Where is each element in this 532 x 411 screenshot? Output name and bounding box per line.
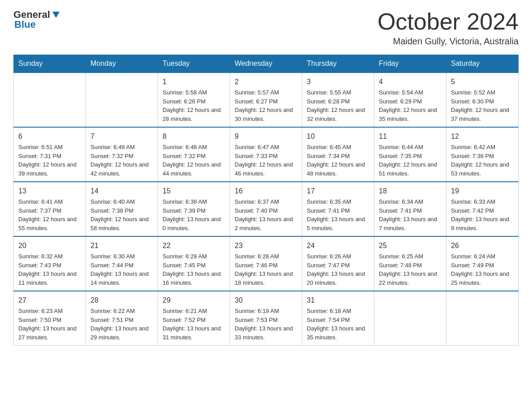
day-info: Sunrise: 6:47 AMSunset: 7:33 PMDaylight:…	[235, 143, 297, 178]
day-info: Sunrise: 6:44 AMSunset: 7:35 PMDaylight:…	[379, 143, 442, 178]
calendar-cell: 5Sunrise: 5:52 AMSunset: 6:30 PMDaylight…	[446, 73, 519, 127]
calendar-cell: 26Sunrise: 6:24 AMSunset: 7:49 PMDayligh…	[446, 236, 519, 291]
day-number: 14	[90, 186, 153, 197]
calendar-cell: 19Sunrise: 6:33 AMSunset: 7:42 PMDayligh…	[446, 182, 519, 236]
day-number: 5	[451, 77, 514, 87]
calendar-cell: 17Sunrise: 6:35 AMSunset: 7:41 PMDayligh…	[302, 182, 374, 236]
day-info: Sunrise: 6:29 AMSunset: 7:45 PMDaylight:…	[163, 252, 225, 287]
calendar-cell: 8Sunrise: 6:48 AMSunset: 7:32 PMDaylight…	[158, 127, 230, 182]
calendar-week-row: 1Sunrise: 5:58 AMSunset: 6:26 PMDaylight…	[14, 73, 519, 127]
calendar-cell: 30Sunrise: 6:19 AMSunset: 7:53 PMDayligh…	[230, 291, 302, 346]
day-info: Sunrise: 6:28 AMSunset: 7:46 PMDaylight:…	[235, 252, 297, 287]
calendar-cell: 4Sunrise: 5:54 AMSunset: 6:29 PMDaylight…	[374, 73, 446, 127]
calendar-cell: 28Sunrise: 6:22 AMSunset: 7:51 PMDayligh…	[86, 291, 158, 346]
day-info: Sunrise: 5:58 AMSunset: 6:26 PMDaylight:…	[163, 88, 225, 123]
day-info: Sunrise: 6:35 AMSunset: 7:41 PMDaylight:…	[307, 197, 369, 232]
day-info: Sunrise: 6:42 AMSunset: 7:36 PMDaylight:…	[451, 143, 514, 178]
day-info: Sunrise: 6:26 AMSunset: 7:47 PMDaylight:…	[307, 252, 369, 287]
calendar-cell: 15Sunrise: 6:38 AMSunset: 7:39 PMDayligh…	[158, 182, 230, 236]
day-number: 29	[163, 295, 225, 306]
calendar-cell: 27Sunrise: 6:23 AMSunset: 7:50 PMDayligh…	[14, 291, 86, 346]
calendar-cell	[86, 73, 158, 127]
calendar-cell: 14Sunrise: 6:40 AMSunset: 7:38 PMDayligh…	[86, 182, 158, 236]
calendar-cell: 12Sunrise: 6:42 AMSunset: 7:36 PMDayligh…	[446, 127, 519, 182]
day-number: 30	[235, 295, 297, 306]
day-number: 15	[163, 186, 225, 197]
calendar-cell: 24Sunrise: 6:26 AMSunset: 7:47 PMDayligh…	[302, 236, 374, 291]
calendar-cell: 23Sunrise: 6:28 AMSunset: 7:46 PMDayligh…	[230, 236, 302, 291]
calendar-cell: 31Sunrise: 6:18 AMSunset: 7:54 PMDayligh…	[302, 291, 374, 346]
day-info: Sunrise: 5:57 AMSunset: 6:27 PMDaylight:…	[235, 88, 297, 123]
day-info: Sunrise: 6:51 AMSunset: 7:31 PMDaylight:…	[18, 143, 81, 178]
weekday-header-thursday: Thursday	[302, 55, 374, 73]
day-number: 26	[451, 240, 514, 251]
day-number: 1	[163, 77, 225, 87]
svg-marker-0	[52, 12, 60, 18]
day-info: Sunrise: 5:55 AMSunset: 6:28 PMDaylight:…	[307, 88, 369, 123]
day-number: 22	[163, 240, 225, 251]
day-info: Sunrise: 6:21 AMSunset: 7:52 PMDaylight:…	[163, 307, 225, 342]
day-number: 19	[451, 186, 514, 197]
logo-arrow-icon	[51, 10, 61, 20]
day-number: 2	[235, 77, 297, 87]
weekday-header-tuesday: Tuesday	[158, 55, 230, 73]
day-info: Sunrise: 6:38 AMSunset: 7:39 PMDaylight:…	[163, 197, 225, 232]
calendar-cell: 7Sunrise: 6:49 AMSunset: 7:32 PMDaylight…	[86, 127, 158, 182]
calendar-cell	[374, 291, 446, 346]
logo-blue: Blue	[14, 19, 36, 30]
weekday-header-row: SundayMondayTuesdayWednesdayThursdayFrid…	[14, 55, 519, 73]
day-number: 27	[18, 295, 81, 306]
day-info: Sunrise: 6:49 AMSunset: 7:32 PMDaylight:…	[90, 143, 153, 178]
calendar-cell: 9Sunrise: 6:47 AMSunset: 7:33 PMDaylight…	[230, 127, 302, 182]
day-info: Sunrise: 6:18 AMSunset: 7:54 PMDaylight:…	[307, 307, 369, 342]
day-info: Sunrise: 6:33 AMSunset: 7:42 PMDaylight:…	[451, 197, 514, 232]
day-info: Sunrise: 6:19 AMSunset: 7:53 PMDaylight:…	[235, 307, 297, 342]
calendar-cell: 20Sunrise: 6:32 AMSunset: 7:43 PMDayligh…	[14, 236, 86, 291]
calendar-week-row: 6Sunrise: 6:51 AMSunset: 7:31 PMDaylight…	[14, 127, 519, 182]
day-number: 9	[235, 131, 297, 142]
calendar-cell: 21Sunrise: 6:30 AMSunset: 7:44 PMDayligh…	[86, 236, 158, 291]
day-info: Sunrise: 6:34 AMSunset: 7:41 PMDaylight:…	[379, 197, 442, 232]
day-number: 11	[379, 131, 442, 142]
logo: General Blue	[13, 9, 61, 30]
calendar-cell: 10Sunrise: 6:45 AMSunset: 7:34 PMDayligh…	[302, 127, 374, 182]
calendar-cell: 22Sunrise: 6:29 AMSunset: 7:45 PMDayligh…	[158, 236, 230, 291]
calendar-cell	[446, 291, 519, 346]
day-number: 10	[307, 131, 369, 142]
title-section: October 2024 Maiden Gully, Victoria, Aus…	[378, 9, 519, 47]
day-number: 12	[451, 131, 514, 142]
weekday-header-monday: Monday	[86, 55, 158, 73]
page-header: General Blue October 2024 Maiden Gully, …	[13, 9, 519, 47]
day-info: Sunrise: 6:41 AMSunset: 7:37 PMDaylight:…	[18, 197, 81, 232]
day-info: Sunrise: 6:23 AMSunset: 7:50 PMDaylight:…	[18, 307, 81, 342]
calendar-cell: 25Sunrise: 6:25 AMSunset: 7:48 PMDayligh…	[374, 236, 446, 291]
weekday-header-friday: Friday	[374, 55, 446, 73]
calendar-cell: 2Sunrise: 5:57 AMSunset: 6:27 PMDaylight…	[230, 73, 302, 127]
day-number: 21	[90, 240, 153, 251]
calendar-cell: 6Sunrise: 6:51 AMSunset: 7:31 PMDaylight…	[14, 127, 86, 182]
weekday-header-wednesday: Wednesday	[230, 55, 302, 73]
calendar-cell: 13Sunrise: 6:41 AMSunset: 7:37 PMDayligh…	[14, 182, 86, 236]
calendar-cell: 16Sunrise: 6:37 AMSunset: 7:40 PMDayligh…	[230, 182, 302, 236]
day-info: Sunrise: 6:22 AMSunset: 7:51 PMDaylight:…	[90, 307, 153, 342]
location-title: Maiden Gully, Victoria, Australia	[378, 36, 519, 47]
weekday-header-sunday: Sunday	[14, 55, 86, 73]
day-number: 7	[90, 131, 153, 142]
calendar-cell: 29Sunrise: 6:21 AMSunset: 7:52 PMDayligh…	[158, 291, 230, 346]
day-info: Sunrise: 5:54 AMSunset: 6:29 PMDaylight:…	[379, 88, 442, 123]
calendar-week-row: 13Sunrise: 6:41 AMSunset: 7:37 PMDayligh…	[14, 182, 519, 236]
day-number: 24	[307, 240, 369, 251]
day-info: Sunrise: 6:30 AMSunset: 7:44 PMDaylight:…	[90, 252, 153, 287]
weekday-header-saturday: Saturday	[446, 55, 519, 73]
day-info: Sunrise: 6:40 AMSunset: 7:38 PMDaylight:…	[90, 197, 153, 232]
day-number: 3	[307, 77, 369, 87]
day-info: Sunrise: 5:52 AMSunset: 6:30 PMDaylight:…	[451, 88, 514, 123]
day-number: 16	[235, 186, 297, 197]
calendar-cell: 1Sunrise: 5:58 AMSunset: 6:26 PMDaylight…	[158, 73, 230, 127]
day-info: Sunrise: 6:48 AMSunset: 7:32 PMDaylight:…	[163, 143, 225, 178]
calendar-cell: 11Sunrise: 6:44 AMSunset: 7:35 PMDayligh…	[374, 127, 446, 182]
day-number: 18	[379, 186, 442, 197]
calendar-week-row: 27Sunrise: 6:23 AMSunset: 7:50 PMDayligh…	[14, 291, 519, 346]
day-info: Sunrise: 6:37 AMSunset: 7:40 PMDaylight:…	[235, 197, 297, 232]
day-number: 4	[379, 77, 442, 87]
